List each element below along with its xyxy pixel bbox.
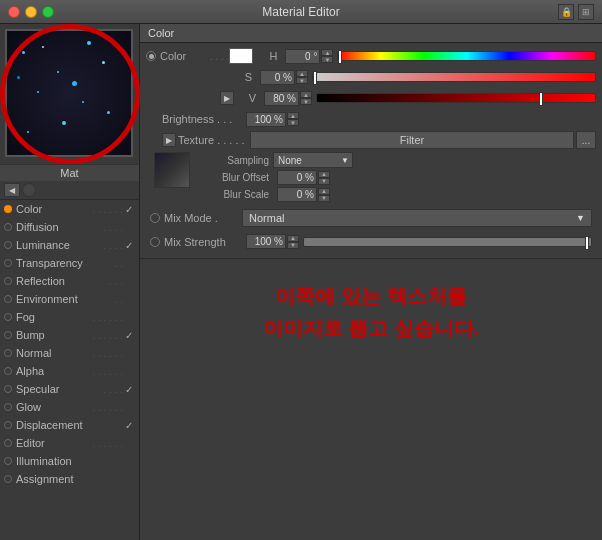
channel-dot [4,367,12,375]
channel-item[interactable]: Reflection . . . [0,272,139,290]
color-dots: . . . . [210,51,229,62]
channel-item[interactable]: Bump . . . . . .✓ [0,326,139,344]
brightness-spin[interactable]: ▲ ▼ [287,112,299,126]
channel-name: Illumination [16,455,123,467]
s-value[interactable] [260,70,295,85]
channel-item[interactable]: Specular . . . . ✓ [0,380,139,398]
channel-dot [4,295,12,303]
s-label: S [232,71,252,83]
nav-dot [22,183,36,197]
channel-dots: . . . . . . [92,438,123,449]
channel-name: Fog [16,311,92,323]
channel-item[interactable]: Displacement ✓ [0,416,139,434]
channel-name: Assignment [16,473,123,485]
color-section-header: Color [140,24,602,43]
v-slider[interactable] [316,93,596,103]
channel-item[interactable]: Luminance . . . . ✓ [0,236,139,254]
channel-item[interactable]: Transparency . . [0,254,139,272]
channel-dot [4,259,12,267]
titlebar-icons: 🔒 ⊞ [558,4,594,20]
v-value[interactable] [264,91,299,106]
mix-strength-value[interactable] [246,234,286,249]
blur-scale-value[interactable] [277,187,317,202]
channel-dots: . . . . . . [92,204,123,215]
texture-expand[interactable]: ▶ [162,133,176,147]
s-spin[interactable]: ▲ ▼ [296,70,308,84]
close-button[interactable] [8,6,20,18]
channel-item[interactable]: Environment . . [0,290,139,308]
channel-name: Transparency [16,257,115,269]
channel-dots: . . . . [104,384,123,395]
lock-icon[interactable]: 🔒 [558,4,574,20]
channel-name: Displacement [16,419,123,431]
h-slider[interactable] [337,51,596,61]
v-arrow[interactable]: ▶ [220,91,234,105]
channel-name: Diffusion [16,221,104,233]
channel-item[interactable]: Glow . . . . . . [0,398,139,416]
channel-dots: . . . . [104,240,123,251]
channel-dots: . . . . . . [92,402,123,413]
maximize-button[interactable] [42,6,54,18]
channel-item[interactable]: Diffusion . . . . [0,218,139,236]
h-spin[interactable]: ▲ ▼ [321,49,333,63]
s-thumb[interactable] [313,71,317,85]
channel-item[interactable]: Normal . . . . . . [0,344,139,362]
channel-item[interactable]: Illumination [0,452,139,470]
filter-button[interactable]: Filter [250,131,574,149]
blur-offset-value[interactable] [277,170,317,185]
color-swatch[interactable] [229,48,253,64]
left-panel: Mat ◀ Color . . . . . . ✓Diffusion . . .… [0,24,140,540]
channel-dot [4,223,12,231]
right-panel: Color Color . . . . H ▲ ▼ [140,24,602,540]
color-radio[interactable] [146,51,156,61]
blur-offset-label: Blur Offset [194,172,269,183]
channel-dots: . . . [109,276,123,287]
blur-scale-label: Blur Scale [194,189,269,200]
channel-item[interactable]: Editor . . . . . . [0,434,139,452]
channel-dots: . . . . . . [92,330,123,341]
h-value[interactable] [285,49,320,64]
channel-dots: . . . . [104,222,123,233]
brightness-label: Brightness . . . [162,113,242,125]
v-spin[interactable]: ▲ ▼ [300,91,312,105]
mix-mode-select[interactable]: Normal ▼ [242,209,592,227]
channel-item[interactable]: Assignment [0,470,139,488]
brightness-value[interactable] [246,112,286,127]
s-slider[interactable] [312,72,596,82]
channel-check: ✓ [125,330,135,341]
channel-item[interactable]: Fog . . . . . . [0,308,139,326]
channel-list: Color . . . . . . ✓Diffusion . . . . Lum… [0,200,139,540]
channel-check: ✓ [125,420,135,431]
filter-options-button[interactable]: ... [576,131,596,149]
channel-dot [4,331,12,339]
channel-dot [4,205,12,213]
v-thumb[interactable] [539,92,543,106]
channel-dots: . . [115,294,123,305]
mix-mode-label: Mix Mode . [164,212,242,224]
channel-name: Luminance [16,239,104,251]
minimize-button[interactable] [25,6,37,18]
nav-back[interactable]: ◀ [4,183,20,197]
h-thumb[interactable] [338,50,342,64]
mix-strength-spin[interactable]: ▲ ▼ [287,235,299,249]
channel-item[interactable]: Color . . . . . . ✓ [0,200,139,218]
titlebar: Material Editor 🔒 ⊞ [0,0,602,24]
mix-mode-radio[interactable] [150,213,160,223]
channel-name: Alpha [16,365,92,377]
mix-strength-slider[interactable] [303,237,592,247]
preview-frame [5,29,133,157]
channel-dots: . . . . . . [92,366,123,377]
titlebar-buttons [8,6,54,18]
blur-scale-spin[interactable]: ▲ ▼ [318,188,330,202]
channel-dots: . . . . . . [92,348,123,359]
blur-offset-spin[interactable]: ▲ ▼ [318,171,330,185]
channel-dot [4,439,12,447]
sampling-select[interactable]: None ▼ [273,152,353,168]
mat-label: Mat [0,164,139,181]
mix-strength-radio[interactable] [150,237,160,247]
channel-check: ✓ [125,240,135,251]
channel-item[interactable]: Alpha . . . . . . [0,362,139,380]
channel-dots: . . . . . . [92,312,123,323]
grid-icon[interactable]: ⊞ [578,4,594,20]
texture-preview-thumb [154,152,190,188]
